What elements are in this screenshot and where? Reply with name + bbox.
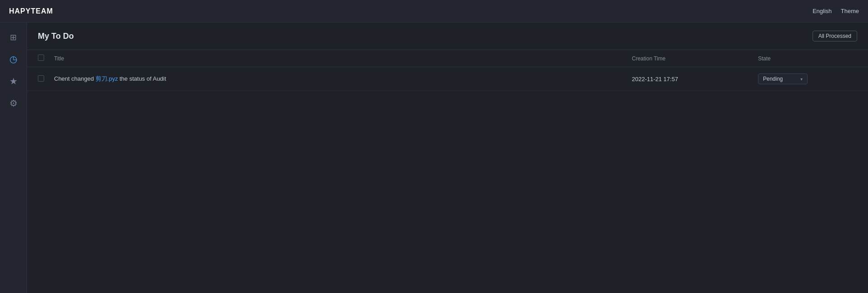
top-nav-right: English Theme <box>813 8 859 14</box>
state-label: Pending <box>763 76 783 82</box>
sidebar-item-settings[interactable] <box>4 93 23 113</box>
sidebar-item-favorites[interactable] <box>4 71 23 91</box>
row-check-col <box>38 75 54 83</box>
row-state-col: Pending ▾ <box>758 73 857 84</box>
app-logo: HAPYTEAM <box>9 7 53 15</box>
sidebar-item-layers[interactable] <box>4 27 23 47</box>
sidebar-item-todo[interactable] <box>4 49 23 69</box>
header-state-col: State <box>758 55 857 62</box>
row-title-link[interactable]: 剪刀.pyz <box>96 75 118 82</box>
header-title-col: Title <box>54 55 632 62</box>
theme-button[interactable]: Theme <box>841 8 859 14</box>
chevron-down-icon: ▾ <box>800 77 803 82</box>
row-creation-time: 2022-11-21 17:57 <box>632 76 758 82</box>
page-header: My To Do All Processed <box>27 23 868 50</box>
select-all-checkbox[interactable] <box>38 55 44 61</box>
row-title-suffix: the status of Audit <box>118 75 166 82</box>
table-row: Chent changed 剪刀.pyz the status of Audit… <box>27 67 868 91</box>
header-check-col <box>38 55 54 62</box>
header-creation-col: Creation Time <box>632 55 758 62</box>
todo-table: Title Creation Time State Chent changed … <box>27 50 868 91</box>
row-title-prefix: Chent changed <box>54 75 96 82</box>
star-icon <box>9 76 18 87</box>
top-nav: HAPYTEAM English Theme <box>0 0 868 23</box>
layers-icon <box>10 32 17 42</box>
language-button[interactable]: English <box>813 8 832 14</box>
main-content: My To Do All Processed Title Creation Ti… <box>27 23 868 293</box>
row-title-col: Chent changed 剪刀.pyz the status of Audit <box>54 75 632 83</box>
state-dropdown[interactable]: Pending ▾ <box>758 73 808 84</box>
gear-icon <box>9 98 18 109</box>
page-title: My To Do <box>38 32 74 41</box>
table-header: Title Creation Time State <box>27 50 868 67</box>
clock-icon <box>9 54 17 64</box>
sidebar <box>0 23 27 293</box>
main-layout: My To Do All Processed Title Creation Ti… <box>0 23 868 293</box>
all-processed-button[interactable]: All Processed <box>813 31 857 41</box>
row-checkbox[interactable] <box>38 75 44 82</box>
